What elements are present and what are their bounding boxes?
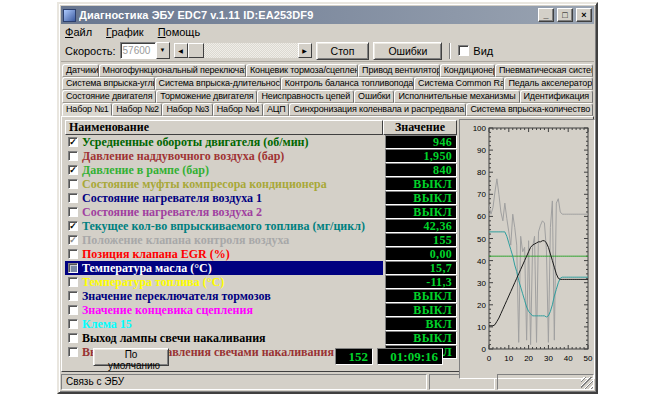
row-checkbox[interactable] bbox=[68, 305, 78, 315]
timer-led: 01:09:16 bbox=[377, 348, 443, 365]
param-name-cell[interactable]: Позиция клапана EGR (%) bbox=[65, 247, 383, 261]
resize-grip[interactable] bbox=[581, 377, 593, 389]
row-checkbox[interactable] bbox=[68, 291, 78, 301]
maximize-button[interactable]: □ bbox=[557, 8, 573, 22]
stop-button[interactable]: Стоп bbox=[316, 42, 370, 60]
tab-r3-6[interactable]: Идентификация bbox=[520, 90, 593, 103]
param-label: Состояние нагревателя воздуха 1 bbox=[82, 192, 262, 205]
tab-r4-2[interactable]: Набор №2 bbox=[112, 103, 162, 116]
errors-button[interactable]: Ошибки bbox=[373, 42, 442, 60]
tab-r4-3[interactable]: Набор №3 bbox=[162, 103, 212, 116]
tab-r1-6[interactable]: Пневматическая система bbox=[495, 64, 593, 77]
tab-r1-5[interactable]: Кондиционер bbox=[440, 64, 495, 77]
tab-r3-2[interactable]: Торможение двигателя bbox=[156, 90, 257, 103]
table-row[interactable]: Состояние нагревателя воздуха 1ВЫКЛ bbox=[65, 191, 457, 205]
table-row[interactable]: ✓Усредненные обороты двигателя (об/мин)9… bbox=[65, 135, 457, 149]
view-checkbox[interactable] bbox=[458, 45, 469, 56]
table-row[interactable]: Состояние нагревателя воздуха 2ВЫКЛ bbox=[65, 205, 457, 219]
param-name-cell[interactable]: Клема 15 bbox=[65, 317, 383, 331]
tab-row-3: Состояние двигателяТорможение двигателяН… bbox=[62, 90, 593, 103]
table-row[interactable]: ✓Положение клапана контроля воздуха155 bbox=[65, 233, 457, 247]
tab-r4-6[interactable]: Синхронизация коленвала и распредвала bbox=[289, 103, 466, 116]
param-name-cell[interactable]: ✓Давление в рампе (бар) bbox=[65, 163, 383, 177]
row-checkbox[interactable]: ✓ bbox=[68, 221, 78, 231]
table-row[interactable]: Позиция клапана EGR (%)0,00 bbox=[65, 247, 457, 261]
svg-text:50: 50 bbox=[477, 235, 486, 244]
tab-r1-1[interactable]: Датчики bbox=[62, 64, 99, 77]
tab-r2-4[interactable]: Система Common Rail bbox=[414, 77, 504, 90]
tab-r1-4[interactable]: Привод вентилятора bbox=[358, 64, 440, 77]
tab-r3-1[interactable]: Состояние двигателя bbox=[62, 90, 156, 103]
tab-r2-2[interactable]: Система впрыска-длительность bbox=[155, 77, 281, 90]
speed-combo[interactable]: 57600 ▼ bbox=[120, 42, 170, 59]
param-name-cell[interactable]: Температура масла (°C) bbox=[65, 261, 383, 275]
tab-r4-7[interactable]: Система впрыска-количество bbox=[466, 103, 593, 116]
tab-r4-1[interactable]: Набор №1 bbox=[62, 103, 112, 116]
param-name-cell[interactable]: Значение переключателя тормозов bbox=[65, 289, 383, 303]
chevron-down-icon[interactable]: ▼ bbox=[156, 42, 170, 59]
row-checkbox[interactable] bbox=[68, 333, 78, 343]
scroll-right-button[interactable]: ▶ bbox=[298, 43, 312, 58]
tab-r1-3[interactable]: Концевик тормоза/сцепления bbox=[246, 64, 358, 77]
table-row[interactable]: Клема 15ВКЛ bbox=[65, 317, 457, 331]
table-row[interactable]: Давление наддувочного воздуха (бар)1,950 bbox=[65, 149, 457, 163]
tab-r3-4[interactable]: Ошибки bbox=[354, 90, 394, 103]
table-row[interactable]: Температура топлива (°C)-11,3 bbox=[65, 275, 457, 289]
tab-r4-5[interactable]: АЦП bbox=[263, 103, 290, 116]
table-row[interactable]: Выход лампы свечи накаливанияВЫКЛ bbox=[65, 331, 457, 345]
tab-r2-3[interactable]: Контроль баланса топливоподачи bbox=[281, 77, 414, 90]
tab-r1-2[interactable]: Многофункциональный переключатель bbox=[99, 64, 246, 77]
speed-scrollbar[interactable]: ◀ ▶ bbox=[174, 43, 312, 58]
tab-r4-4[interactable]: Набор №4 bbox=[213, 103, 263, 116]
param-label: Значение переключателя тормозов bbox=[82, 290, 271, 303]
close-button[interactable]: × bbox=[576, 8, 592, 22]
row-checkbox[interactable]: ✓ bbox=[68, 137, 78, 147]
table-row[interactable]: ✓Давление в рампе (бар)840 bbox=[65, 163, 457, 177]
menu-bar: Файл График Помощь bbox=[61, 24, 594, 40]
scroll-left-button[interactable]: ◀ bbox=[174, 43, 188, 58]
row-checkbox[interactable] bbox=[68, 179, 78, 189]
row-checkbox[interactable] bbox=[68, 151, 78, 161]
row-checkbox[interactable] bbox=[68, 277, 78, 287]
scrollbar-track[interactable] bbox=[204, 43, 298, 58]
param-name-cell[interactable]: Давление наддувочного воздуха (бар) bbox=[65, 149, 383, 163]
footer-strip: По умолчанию 152 01:09:16 bbox=[65, 347, 457, 367]
svg-text:30: 30 bbox=[477, 279, 486, 288]
param-name-cell[interactable]: Значение концевика сцепления bbox=[65, 303, 383, 317]
scrollbar-thumb[interactable] bbox=[188, 43, 204, 58]
tab-r3-3[interactable]: Неисправность цепей bbox=[257, 90, 354, 103]
param-label: Значение концевика сцепления bbox=[82, 304, 253, 317]
menu-item-graph[interactable]: График bbox=[106, 26, 144, 38]
row-checkbox[interactable] bbox=[68, 319, 78, 329]
minimize-button[interactable]: _ bbox=[538, 8, 554, 22]
table-row[interactable]: Значение концевика сцепленияВЫКЛ bbox=[65, 303, 457, 317]
param-name-cell[interactable]: ✓Усредненные обороты двигателя (об/мин) bbox=[65, 135, 383, 149]
table-row[interactable]: Температура масла (°C)15,7 bbox=[65, 261, 457, 275]
svg-text:40: 40 bbox=[564, 354, 573, 363]
row-checkbox[interactable] bbox=[68, 249, 78, 259]
menu-item-file[interactable]: Файл bbox=[65, 26, 92, 38]
table-row[interactable]: Значение переключателя тормозовВЫКЛ bbox=[65, 289, 457, 303]
tab-row-4: Набор №1Набор №2Набор №3Набор №4АЦПСинхр… bbox=[62, 103, 593, 116]
param-name-cell[interactable]: ✓Текущее кол-во впрыскиваемого топлива (… bbox=[65, 219, 383, 233]
tab-r3-5[interactable]: Исполнительные механизмы bbox=[394, 90, 519, 103]
param-name-cell[interactable]: Состояние нагревателя воздуха 2 bbox=[65, 205, 383, 219]
table-row[interactable]: ✓Текущее кол-во впрыскиваемого топлива (… bbox=[65, 219, 457, 233]
param-name-cell[interactable]: Выход лампы свечи накаливания bbox=[65, 331, 383, 345]
table-header: Наименование Значение bbox=[65, 120, 457, 135]
row-checkbox[interactable] bbox=[68, 263, 78, 273]
tab-r2-5[interactable]: Педаль акселератора bbox=[504, 77, 593, 90]
param-name-cell[interactable]: ✓Положение клапана контроля воздуха bbox=[65, 233, 383, 247]
status-panel-3 bbox=[497, 374, 594, 390]
menu-item-help[interactable]: Помощь bbox=[158, 26, 201, 38]
row-checkbox[interactable]: ✓ bbox=[68, 235, 78, 245]
table-row[interactable]: Состояние муфты компресора кондиционераВ… bbox=[65, 177, 457, 191]
param-name-cell[interactable]: Состояние нагревателя воздуха 1 bbox=[65, 191, 383, 205]
row-checkbox[interactable]: ✓ bbox=[68, 165, 78, 175]
default-button[interactable]: По умолчанию bbox=[93, 348, 169, 366]
tab-r2-1[interactable]: Система впрыска-углы bbox=[62, 77, 155, 90]
param-name-cell[interactable]: Состояние муфты компресора кондиционера bbox=[65, 177, 383, 191]
param-name-cell[interactable]: Температура топлива (°C) bbox=[65, 275, 383, 289]
row-checkbox[interactable] bbox=[68, 193, 78, 203]
row-checkbox[interactable] bbox=[68, 207, 78, 217]
